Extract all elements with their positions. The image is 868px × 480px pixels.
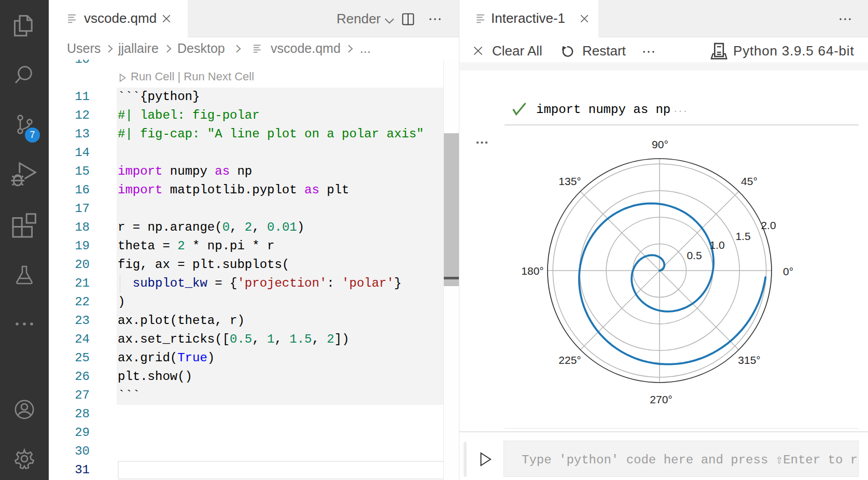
svg-text:0°: 0° <box>783 265 793 277</box>
svg-text:225°: 225° <box>558 354 581 366</box>
svg-text:1.5: 1.5 <box>735 230 750 242</box>
svg-text:180°: 180° <box>521 265 543 277</box>
svg-text:315°: 315° <box>738 354 760 366</box>
svg-text:45°: 45° <box>741 175 758 187</box>
svg-text:0.5: 0.5 <box>687 249 702 261</box>
svg-text:1.0: 1.0 <box>709 239 724 251</box>
svg-text:270°: 270° <box>650 393 672 405</box>
svg-text:90°: 90° <box>652 138 668 150</box>
svg-text:2.0: 2.0 <box>761 219 776 231</box>
svg-text:135°: 135° <box>558 175 581 187</box>
